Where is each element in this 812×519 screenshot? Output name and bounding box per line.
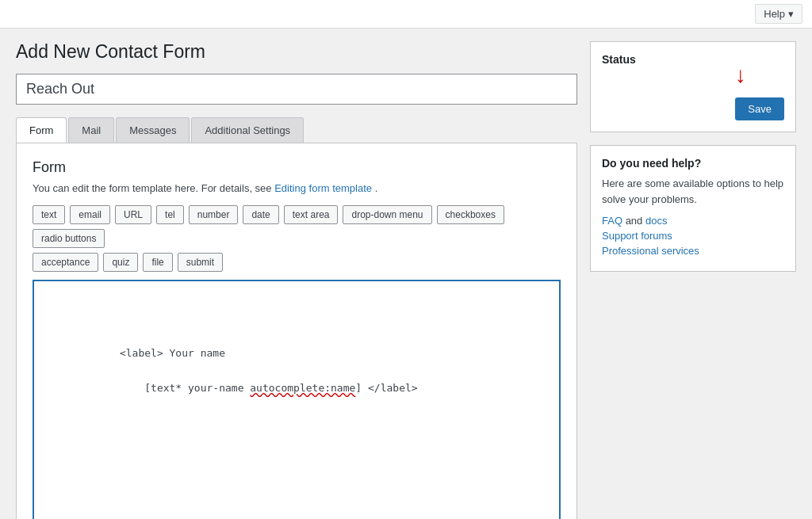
left-panel: Add New Contact Form Form Mail Messages … (16, 41, 577, 519)
tab-additional-settings[interactable]: Additional Settings (191, 117, 304, 143)
help-list-item-3: Professional services (602, 245, 784, 257)
red-arrow-icon: ↓ (735, 64, 746, 86)
tab-messages[interactable]: Messages (116, 117, 190, 143)
tag-btn-quiz[interactable]: quiz (103, 253, 138, 272)
support-forums-link[interactable]: Support forums (602, 230, 672, 242)
docs-link[interactable]: docs (645, 215, 667, 227)
tag-btn-submit[interactable]: submit (178, 253, 223, 272)
tag-buttons-row1: text email URL tel number date text area… (33, 205, 561, 248)
tag-btn-date[interactable]: date (243, 205, 278, 224)
editor-content: <label> Your name [text* your-name autoc… (45, 292, 548, 519)
page-title: Add New Contact Form (16, 41, 577, 63)
help-list: FAQ and docs Support forums Professional… (602, 215, 784, 257)
tag-btn-email[interactable]: email (70, 205, 110, 224)
help-box: Do you need help? Here are some availabl… (590, 145, 796, 272)
tag-btn-text[interactable]: text (33, 205, 65, 224)
tag-btn-checkboxes[interactable]: checkboxes (437, 205, 504, 224)
form-panel-title: Form (33, 159, 561, 176)
tabs: Form Mail Messages Additional Settings (16, 117, 577, 143)
tag-btn-dropdown[interactable]: drop-down menu (343, 205, 431, 224)
tab-mail[interactable]: Mail (68, 117, 114, 143)
tag-btn-textarea[interactable]: text area (284, 205, 339, 224)
tag-btn-number[interactable]: number (189, 205, 239, 224)
form-panel: Form You can edit the form template here… (16, 143, 577, 519)
help-list-item-2: Support forums (602, 230, 784, 242)
status-box: Status ↓ Save (590, 41, 796, 132)
faq-link[interactable]: FAQ (602, 215, 622, 227)
help-dropdown-icon: ▾ (788, 8, 794, 20)
form-name-input[interactable] (16, 74, 577, 105)
tag-btn-url[interactable]: URL (115, 205, 151, 224)
tag-btn-tel[interactable]: tel (156, 205, 184, 224)
right-panel: Status ↓ Save Do you need help? Here are… (590, 41, 796, 272)
editing-template-link[interactable]: Editing form template (274, 182, 374, 194)
editor-block-email: <label> Your email [email* your-email au… (45, 498, 548, 519)
save-button[interactable]: Save (735, 97, 784, 120)
tag-btn-radio[interactable]: radio buttons (33, 229, 105, 248)
form-editor[interactable]: <label> Your name [text* your-name autoc… (33, 280, 561, 519)
help-box-description: Here are some available options to help … (602, 176, 784, 207)
help-label: Help (764, 8, 785, 20)
tag-btn-file[interactable]: file (143, 253, 172, 272)
tag-btn-acceptance[interactable]: acceptance (33, 253, 98, 272)
form-description: You can edit the form template here. For… (33, 182, 561, 194)
main-content: Add New Contact Form Form Mail Messages … (0, 29, 812, 519)
top-bar: Help ▾ (0, 0, 812, 29)
help-box-title: Do you need help? (602, 157, 784, 170)
status-title: Status (602, 53, 784, 66)
help-button[interactable]: Help ▾ (755, 4, 802, 24)
tab-form[interactable]: Form (16, 117, 67, 143)
help-list-item-1: FAQ and docs (602, 215, 784, 227)
editor-block-name: <label> Your name [text* your-name autoc… (45, 327, 548, 414)
tag-buttons-row2: acceptance quiz file submit (33, 253, 561, 272)
professional-services-link[interactable]: Professional services (602, 245, 699, 257)
